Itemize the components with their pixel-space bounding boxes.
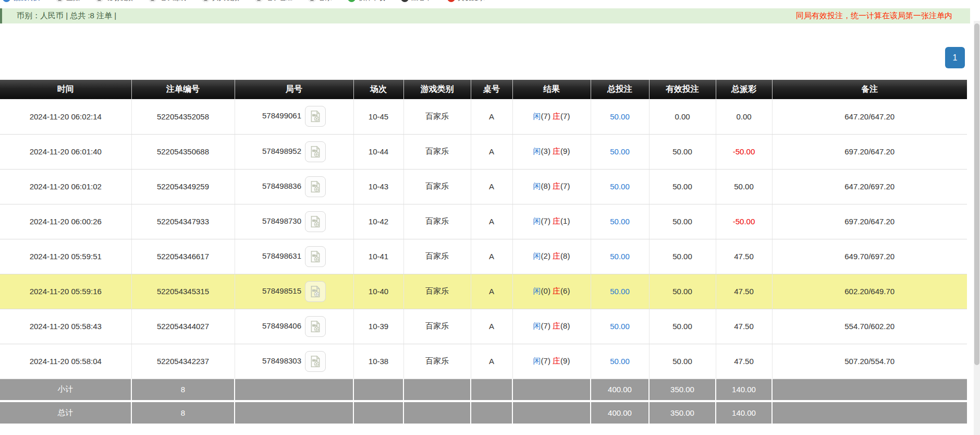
vertical-scrollbar[interactable] xyxy=(974,21,980,435)
column-header-10: 总派彩 xyxy=(716,80,772,99)
cell-result: 闲(7) 庄(7) xyxy=(512,99,591,134)
cell-total-bet: 50.00 xyxy=(591,309,649,344)
cell-total-bet: 50.00 xyxy=(591,134,649,169)
column-header-8: 总投注 xyxy=(591,80,649,99)
menu-item-label: 现场视频 xyxy=(106,0,133,3)
cell-game-type: 百家乐 xyxy=(403,169,471,204)
video-playback-button[interactable] xyxy=(305,106,326,127)
cell-payout: 47.50 xyxy=(716,309,772,344)
result-banker: 庄 xyxy=(553,216,560,225)
total-bet-link[interactable]: 50.00 xyxy=(610,322,630,331)
cell-session: 10-41 xyxy=(353,239,403,274)
video-playback-button[interactable] xyxy=(305,351,326,372)
menu-item-4[interactable]: 电子游戏 xyxy=(149,0,186,3)
video-playback-icon xyxy=(309,320,322,333)
video-playback-icon xyxy=(309,215,322,228)
cell-result: 闲(7) 庄(8) xyxy=(512,309,591,344)
result-player: 闲 xyxy=(533,216,541,225)
video-playback-button[interactable] xyxy=(305,211,326,232)
video-playback-icon xyxy=(309,180,322,194)
cell-time: 2024-11-20 05:59:16 xyxy=(0,274,131,309)
menu-icon xyxy=(447,0,455,2)
cell-payout: 0.00 xyxy=(716,99,772,134)
menu-item-label: 黑名单 xyxy=(411,0,432,3)
result-player: 闲 xyxy=(533,182,541,190)
cell-time: 2024-11-20 06:01:40 xyxy=(0,134,131,169)
cell-table-no: A xyxy=(471,344,512,379)
menu-item-3[interactable]: 现场视频 xyxy=(95,0,133,3)
cell-payout: -50.00 xyxy=(716,204,772,239)
video-playback-button[interactable] xyxy=(305,246,326,267)
cell-total-bet: 50.00 xyxy=(591,344,649,379)
cell-result: 闲(7) 庄(1) xyxy=(512,204,591,239)
cell-result: 闲(3) 庄(9) xyxy=(512,134,591,169)
scrollbar-thumb[interactable] xyxy=(974,23,979,365)
total-bet-link[interactable]: 50.00 xyxy=(610,287,630,296)
pagination-page-1-button[interactable]: 1 xyxy=(945,47,965,68)
total-bet-link[interactable]: 50.00 xyxy=(610,217,630,226)
menu-item-1[interactable]: 额度转换 xyxy=(3,0,40,3)
cell-session: 10-39 xyxy=(353,309,403,344)
betting-records-page: 额度转换查账现场视频电子游戏真人视频电子包厢音乐软件下载黑名单突发提示 币别：人… xyxy=(0,0,980,435)
total-bet-link[interactable]: 50.00 xyxy=(610,147,630,156)
total-bet-link[interactable]: 50.00 xyxy=(610,357,630,366)
result-banker: 庄 xyxy=(553,182,560,190)
cell-remark: 647.20/697.20 xyxy=(772,169,967,204)
grand-total-row-cell xyxy=(471,402,512,424)
cell-valid-bet: 50.00 xyxy=(649,169,716,204)
total-bet-link[interactable]: 50.00 xyxy=(610,112,630,121)
cell-round-id: 578499061 xyxy=(235,99,353,134)
cell-bet-id: 522054347933 xyxy=(131,204,235,239)
result-banker: 庄 xyxy=(553,147,560,155)
column-header-11: 备注 xyxy=(772,80,967,99)
result-banker: 庄 xyxy=(553,321,560,330)
menu-item-7[interactable]: 音乐 xyxy=(308,0,332,3)
grand-total-row-cell: 140.00 xyxy=(716,402,772,424)
menu-icon xyxy=(149,0,156,2)
subtotal-row-cell: 400.00 xyxy=(591,379,649,400)
grand-total-row-cell: 总计 xyxy=(0,402,131,424)
cell-time: 2024-11-20 05:59:51 xyxy=(0,239,131,274)
menu-item-2[interactable]: 查账 xyxy=(56,0,80,3)
result-banker: 庄 xyxy=(553,112,560,120)
menu-item-label: 电子包厢 xyxy=(265,0,292,3)
cell-round-id: 578498836 xyxy=(235,169,353,204)
cell-table-no: A xyxy=(471,204,512,239)
video-playback-button[interactable] xyxy=(305,281,326,302)
menu-item-9[interactable]: 黑名单 xyxy=(401,0,432,3)
menu-item-label: 额度转换 xyxy=(13,0,40,3)
menu-item-10[interactable]: 突发提示 xyxy=(447,0,485,3)
menu-item-8[interactable]: 软件下载 xyxy=(348,0,385,3)
cell-round-id: 578498515 xyxy=(235,274,353,309)
cell-valid-bet: 50.00 xyxy=(649,309,716,344)
menu-item-5[interactable]: 真人视频 xyxy=(202,0,239,3)
cell-remark: 507.20/554.70 xyxy=(772,344,967,379)
result-player: 闲 xyxy=(533,147,541,155)
total-bet-link[interactable]: 50.00 xyxy=(610,182,630,191)
subtotal-row-cell: 小计 xyxy=(0,379,131,400)
cell-table-no: A xyxy=(471,309,512,344)
column-header-2: 注单编号 xyxy=(131,80,235,99)
video-playback-button[interactable] xyxy=(305,141,326,162)
column-header-5: 游戏类别 xyxy=(403,80,471,99)
grand-total-row-cell xyxy=(353,402,403,424)
total-bet-link[interactable]: 50.00 xyxy=(610,252,630,261)
cell-table-no: A xyxy=(471,134,512,169)
cell-total-bet: 50.00 xyxy=(591,239,649,274)
cell-payout: 47.50 xyxy=(716,344,772,379)
cell-payout: 50.00 xyxy=(716,169,772,204)
menu-item-6[interactable]: 电子包厢 xyxy=(255,0,292,3)
currency-total-summary: 币别：人民币 | 总共 :8 注单 | xyxy=(17,11,116,21)
cell-bet-id: 522054345315 xyxy=(131,274,235,309)
cell-bet-id: 522054350688 xyxy=(131,134,235,169)
cell-remark: 697.20/647.20 xyxy=(772,134,967,169)
grand-total-row-cell xyxy=(512,402,591,424)
subtotal-row-cell xyxy=(353,379,403,400)
cell-game-type: 百家乐 xyxy=(403,239,471,274)
video-playback-button[interactable] xyxy=(305,316,326,337)
cell-payout: 47.50 xyxy=(716,239,772,274)
result-player: 闲 xyxy=(533,286,541,295)
video-playback-button[interactable] xyxy=(305,176,326,197)
cell-session: 10-38 xyxy=(353,344,403,379)
result-banker: 庄 xyxy=(553,356,560,365)
